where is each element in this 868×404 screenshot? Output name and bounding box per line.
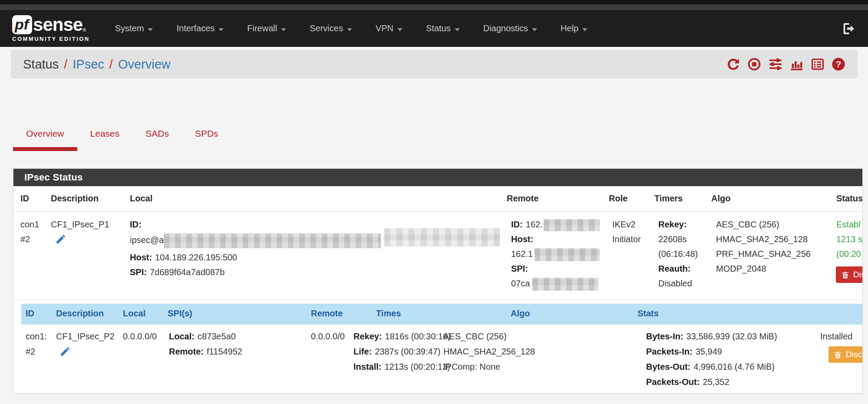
bytes-out-label: Bytes-Out: xyxy=(646,362,690,371)
child-times-cell: Rekey:1816s (00:30:16) Life:2387s (00:39… xyxy=(353,329,451,374)
child-status: Installed xyxy=(820,329,853,344)
menu-item-label: Help xyxy=(561,23,578,33)
column-header-id: ID xyxy=(20,194,29,204)
tab-bar: Overview Leases SADs SPDs xyxy=(13,122,231,151)
breadcrumb-bar: Status / IPsec / Overview ? xyxy=(11,50,858,79)
child-column-description: Description xyxy=(56,309,104,319)
remote-host-value: 162.1 xyxy=(511,249,533,259)
menu-item-label: Firewall xyxy=(247,23,277,33)
child-column-stats: Stats xyxy=(637,309,659,319)
chevron-down-icon xyxy=(148,28,153,31)
time-life-label: Life: xyxy=(353,347,372,356)
child-id-sub: #2 xyxy=(26,344,47,359)
column-header-remote: Remote xyxy=(507,194,538,204)
child-description-cell: CF1_IPsec_P2 xyxy=(56,329,115,362)
rekey-label: Rekey: xyxy=(658,220,687,229)
algo-integrity: HMAC_SHA2_256_128 xyxy=(716,232,811,246)
column-header-role: Role xyxy=(609,194,627,204)
window-title-strip xyxy=(0,4,868,10)
pfsense-logo[interactable]: pf sense ® COMMUNITY EDITION xyxy=(12,15,90,42)
column-header-description: Description xyxy=(51,194,99,204)
algo-encryption: AES_CBC (256) xyxy=(716,217,811,232)
menu-item-label: Interfaces xyxy=(176,23,215,33)
panel-title: IPsec Status xyxy=(24,172,83,183)
column-header-timers: Timers xyxy=(654,194,683,204)
menu-item-status[interactable]: Status xyxy=(426,23,460,33)
chevron-down-icon xyxy=(455,28,460,31)
redacted-local-id xyxy=(384,228,500,246)
edit-pencil-icon[interactable] xyxy=(55,233,66,249)
child-id: con1: xyxy=(26,329,47,344)
menu-item-system[interactable]: System xyxy=(115,23,153,33)
help-circle-icon[interactable]: ? xyxy=(832,57,845,71)
tab-sads[interactable]: SADs xyxy=(132,122,182,151)
pfsense-page: pf sense ® COMMUNITY EDITION System Inte… xyxy=(0,0,868,404)
role-version: IKEv2 xyxy=(612,217,641,232)
local-host-value: 104.189.226.195:500 xyxy=(155,253,237,262)
panel-header: IPsec Status xyxy=(13,169,862,186)
disconnect-button[interactable]: Dis xyxy=(836,266,863,283)
child-table-header: ID Description Local SPI(s) Remote Times… xyxy=(21,304,863,325)
local-id-value: ipsec@a xyxy=(130,235,164,245)
refresh-icon[interactable] xyxy=(726,57,740,71)
chevron-down-icon xyxy=(347,28,352,31)
list-icon[interactable] xyxy=(811,57,825,71)
child-disconnect-button[interactable]: Disco xyxy=(828,346,863,363)
spi-remote-label: Remote: xyxy=(169,347,204,356)
sa-id-sub: #2 xyxy=(20,232,39,246)
tab-leases[interactable]: Leases xyxy=(77,122,133,151)
time-rekey-value: 1816s (00:30:16) xyxy=(385,332,451,341)
local-spi-value: 7d689f64a7ad087b xyxy=(150,267,224,277)
remote-id-value: 162. xyxy=(526,220,543,229)
pfsense-logo-edition: COMMUNITY EDITION xyxy=(12,36,90,42)
bar-chart-icon[interactable] xyxy=(790,57,804,71)
child-local-net: 0.0.0.0/0 xyxy=(123,329,157,344)
menu-item-services[interactable]: Services xyxy=(310,23,352,33)
column-header-status: Status xyxy=(836,194,863,204)
edit-pencil-icon[interactable] xyxy=(59,346,71,362)
menu-item-diagnostics[interactable]: Diagnostics xyxy=(483,23,537,33)
redacted-local-id xyxy=(164,233,381,248)
packets-out-value: 25,352 xyxy=(703,377,729,387)
sa-id-cell: con1 #2 xyxy=(20,217,39,246)
child-disconnect-button-label: Disco xyxy=(846,350,863,359)
algo-prf: PRF_HMAC_SHA2_256 xyxy=(716,246,811,261)
child-column-spis: SPI(s) xyxy=(168,309,192,319)
tab-overview[interactable]: Overview xyxy=(13,122,77,151)
menu-item-interfaces[interactable]: Interfaces xyxy=(176,23,224,33)
tab-label: Leases xyxy=(90,128,120,138)
ipsec-status-panel: IPsec Status ID Description Local Remote… xyxy=(13,168,863,394)
menu-item-firewall[interactable]: Firewall xyxy=(247,23,286,33)
rekey-seconds: 22608s xyxy=(658,232,698,246)
child-id-cell: con1: #2 xyxy=(26,329,47,359)
packets-in-label: Packets-In: xyxy=(646,347,693,356)
child-sa-section: ID Description Local SPI(s) Remote Times… xyxy=(13,300,862,393)
child-column-remote: Remote xyxy=(311,309,343,319)
sa-description-cell: CF1_IPsec_P1 xyxy=(51,217,109,249)
tab-spds[interactable]: SPDs xyxy=(182,122,231,151)
child-spis-cell: Local:c873e5a0 Remote:f1154952 xyxy=(169,329,242,359)
remote-host-label: Host: xyxy=(511,234,533,244)
remote-spi-value: 07ca xyxy=(511,279,530,288)
reauth-value: Disabled xyxy=(658,276,698,291)
breadcrumb-link-overview[interactable]: Overview xyxy=(118,57,171,72)
breadcrumb-link-ipsec[interactable]: IPsec xyxy=(73,57,104,72)
remote-cell: ID:162. Host: 162.1 SPI: 07ca xyxy=(511,217,600,291)
menu-item-help[interactable]: Help xyxy=(561,23,587,33)
reauth-label: Reauth: xyxy=(658,264,690,273)
local-id-label: ID: xyxy=(130,220,142,229)
sliders-icon[interactable] xyxy=(768,57,783,71)
child-remote-cell: 0.0.0.0/0 xyxy=(311,329,345,344)
bytes-in-value: 33,586,939 (32.03 MiB) xyxy=(686,332,777,341)
breadcrumb-separator: / xyxy=(109,57,113,72)
breadcrumb-separator: / xyxy=(64,57,67,72)
menu-item-vpn[interactable]: VPN xyxy=(376,23,403,33)
registered-mark: ® xyxy=(83,27,86,33)
chevron-down-icon xyxy=(218,28,224,31)
remote-spi-label: SPI: xyxy=(511,264,528,273)
child-column-id: ID xyxy=(26,309,34,319)
breadcrumb: Status / IPsec / Overview xyxy=(23,57,171,72)
time-life-value: 2387s (00:39:47) xyxy=(375,347,440,356)
stop-circle-icon[interactable] xyxy=(747,57,761,71)
logout-icon[interactable] xyxy=(841,21,856,36)
